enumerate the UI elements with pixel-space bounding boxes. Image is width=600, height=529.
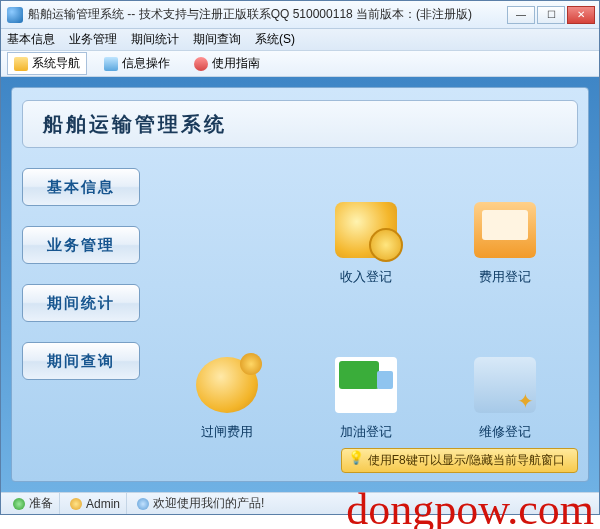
sidenav-period-query[interactable]: 期间查询: [22, 342, 140, 380]
repair-icon: [474, 357, 536, 413]
dash-fuel-label: 加油登记: [340, 423, 392, 441]
status-bar: 准备 Admin 欢迎使用我们的产品!: [1, 492, 599, 514]
status-welcome-label: 欢迎使用我们的产品!: [153, 495, 264, 512]
lock-fee-icon: [196, 357, 258, 413]
menu-period-query[interactable]: 期间查询: [193, 31, 241, 48]
side-nav: 基本信息 业务管理 期间统计 期间查询: [22, 160, 140, 476]
ready-icon: [13, 498, 25, 510]
panel-header: 船舶运输管理系统: [22, 100, 578, 148]
toolbar-info-label: 信息操作: [122, 55, 170, 72]
minimize-button[interactable]: —: [507, 6, 535, 24]
dash-repair-label: 维修登记: [479, 423, 531, 441]
menu-basic-info[interactable]: 基本信息: [7, 31, 55, 48]
welcome-icon: [137, 498, 149, 510]
nav-icon: [14, 57, 28, 71]
menu-period-stats[interactable]: 期间统计: [131, 31, 179, 48]
panel-title: 船舶运输管理系统: [43, 111, 227, 138]
income-icon: [335, 202, 397, 258]
sidenav-period-stats[interactable]: 期间统计: [22, 284, 140, 322]
menu-business[interactable]: 业务管理: [69, 31, 117, 48]
status-welcome: 欢迎使用我们的产品!: [131, 493, 270, 514]
dash-income-register[interactable]: 收入登记: [297, 166, 436, 321]
dash-lock-label: 过闸费用: [201, 423, 253, 441]
content-area: 船舶运输管理系统 基本信息 业务管理 期间统计 期间查询 收入登记: [1, 77, 599, 492]
toolbar: 系统导航 信息操作 使用指南: [1, 51, 599, 77]
info-icon: [104, 57, 118, 71]
toolbar-nav-label: 系统导航: [32, 55, 80, 72]
panel-body: 基本信息 业务管理 期间统计 期间查询 收入登记 费用登记: [12, 156, 588, 476]
user-icon: [70, 498, 82, 510]
sidenav-basic-info[interactable]: 基本信息: [22, 168, 140, 206]
main-window: 船舶运输管理系统 -- 技术支持与注册正版联系QQ 510000118 当前版本…: [0, 0, 600, 515]
truck-icon: [335, 357, 397, 413]
dash-expense-register[interactable]: 费用登记: [435, 166, 574, 321]
close-button[interactable]: ✕: [567, 6, 595, 24]
guide-icon: [194, 57, 208, 71]
title-bar: 船舶运输管理系统 -- 技术支持与注册正版联系QQ 510000118 当前版本…: [1, 1, 599, 29]
menu-bar: 基本信息 业务管理 期间统计 期间查询 系统(S): [1, 29, 599, 51]
dash-expense-label: 费用登记: [479, 268, 531, 286]
dash-income-label: 收入登记: [340, 268, 392, 286]
maximize-button[interactable]: ☐: [537, 6, 565, 24]
toolbar-system-nav[interactable]: 系统导航: [7, 52, 87, 75]
menu-system[interactable]: 系统(S): [255, 31, 295, 48]
status-user-label: Admin: [86, 497, 120, 511]
hint-bar: 使用F8键可以显示/隐藏当前导航窗口: [341, 448, 578, 473]
window-controls: — ☐ ✕: [507, 6, 595, 24]
app-icon: [7, 7, 23, 23]
status-ready: 准备: [7, 493, 60, 514]
sidenav-business[interactable]: 业务管理: [22, 226, 140, 264]
window-title: 船舶运输管理系统 -- 技术支持与注册正版联系QQ 510000118 当前版本…: [28, 6, 507, 23]
toolbar-info-operate[interactable]: 信息操作: [97, 52, 177, 75]
dash-lock-fee[interactable]: 过闸费用: [158, 321, 297, 476]
status-user: Admin: [64, 493, 127, 514]
expense-icon: [474, 202, 536, 258]
dashboard-grid: 收入登记 费用登记 过闸费用 加油登记: [140, 160, 578, 476]
status-ready-label: 准备: [29, 495, 53, 512]
toolbar-guide-label: 使用指南: [212, 55, 260, 72]
toolbar-usage-guide[interactable]: 使用指南: [187, 52, 267, 75]
dashboard-panel: 船舶运输管理系统 基本信息 业务管理 期间统计 期间查询 收入登记: [11, 87, 589, 482]
